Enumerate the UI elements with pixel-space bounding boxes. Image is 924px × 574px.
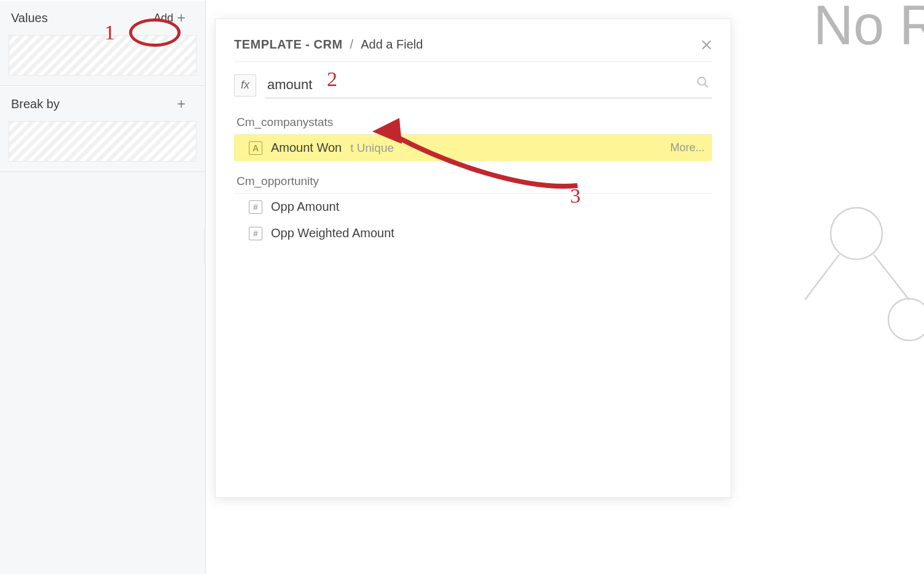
result-label: Opp Amount [271, 200, 339, 214]
svg-point-3 [888, 299, 924, 340]
svg-point-0 [831, 208, 882, 259]
search-input[interactable] [265, 72, 712, 98]
add-field-modal: TEMPLATE - CRM / Add a Field fx Cm_compa… [215, 18, 731, 498]
svg-point-4 [698, 77, 706, 85]
add-breakby-button[interactable]: + [171, 95, 192, 112]
result-row[interactable]: AAmount Wont UniqueMore... [234, 135, 712, 161]
result-row[interactable]: #Opp Weighted Amount [234, 220, 712, 246]
panel-values-title: Values [11, 11, 48, 25]
search-results: Cm_companystatsAAmount Wont UniqueMore..… [234, 113, 712, 246]
result-sub: t Unique [350, 141, 394, 155]
formula-button[interactable]: fx [234, 74, 256, 96]
result-group-label: Cm_companystats [234, 113, 712, 135]
panel-breakby: Break by + [0, 86, 205, 162]
close-icon[interactable] [701, 39, 712, 50]
crumb-template[interactable]: TEMPLATE - CRM [234, 37, 343, 52]
plus-icon: + [177, 10, 186, 25]
svg-line-2 [874, 254, 909, 300]
number-type-icon: # [249, 227, 262, 240]
result-label: Opp Weighted Amount [271, 226, 394, 240]
add-values-label: Add [154, 12, 173, 25]
empty-heading: No Res [813, 0, 924, 57]
result-label: Amount Won [271, 141, 342, 155]
add-values-button[interactable]: Add + [147, 9, 192, 26]
more-link[interactable]: More... [670, 141, 705, 154]
number-type-icon: # [249, 200, 262, 214]
svg-line-5 [705, 84, 708, 88]
panel-breakby-title: Break by [11, 97, 60, 111]
svg-line-1 [805, 254, 839, 300]
result-row[interactable]: #Opp Amount [234, 194, 712, 220]
values-drop-zone[interactable] [9, 35, 197, 76]
crumb-current: Add a Field [361, 37, 423, 52]
result-group-label: Cm_opportunity [234, 172, 712, 194]
breakby-drop-zone[interactable] [9, 121, 197, 162]
empty-state-graphic [770, 197, 924, 356]
crumb-separator: / [350, 37, 354, 52]
search-icon [696, 76, 710, 89]
sidebar: Values Add + Break by + ‹ [0, 0, 206, 574]
breadcrumb: TEMPLATE - CRM / Add a Field [234, 37, 423, 52]
text-type-icon: A [249, 141, 262, 155]
panel-values: Values Add + [0, 0, 205, 76]
plus-icon: + [177, 96, 186, 111]
